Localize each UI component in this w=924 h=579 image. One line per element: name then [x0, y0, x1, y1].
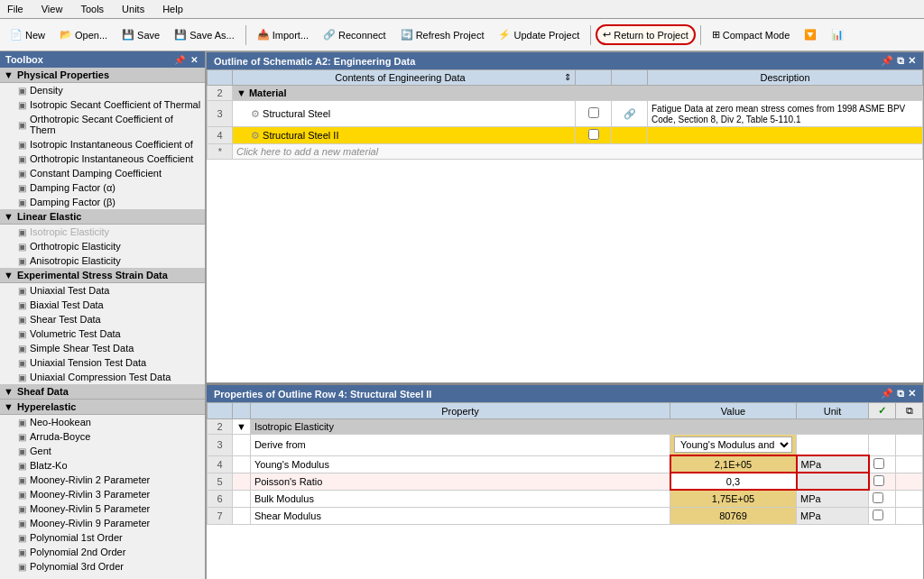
- section-linear-elastic[interactable]: ▼ Linear Elastic: [0, 209, 205, 225]
- toolbox-item[interactable]: ▣Isotropic Secant Coefficient of Thermal: [0, 97, 205, 112]
- toolbox-item[interactable]: ▣Shear Test Data: [0, 312, 205, 326]
- section-material: ▼ Material: [233, 86, 923, 101]
- open-icon: 📂: [60, 29, 72, 41]
- toolbox-item[interactable]: ▣Mooney-Rivlin 5 Parameter: [0, 501, 205, 516]
- col-a-header: Contents of Engineering Data ⇕: [233, 70, 576, 86]
- reconnect-button[interactable]: 🔗 Reconnect: [317, 25, 393, 44]
- toolbox-item[interactable]: ▣Mooney-Rivlin 3 Parameter: [0, 487, 205, 501]
- section-physical-properties[interactable]: ▼ Physical Properties: [0, 68, 205, 83]
- toolbox-item[interactable]: ▣Orthotropic Secant Coefficient of Thern: [0, 112, 205, 137]
- add-material-cell[interactable]: Click here to add a new material: [233, 144, 923, 160]
- row-num-add: *: [208, 144, 233, 160]
- toolbox-item[interactable]: ▣Polynomial 3rd Order: [0, 559, 205, 574]
- p-expand[interactable]: ▼: [233, 419, 251, 435]
- menu-units[interactable]: Units: [118, 2, 148, 16]
- expand-arrow[interactable]: ▼: [236, 87, 246, 98]
- add-col-icon[interactable]: ✓: [878, 405, 886, 416]
- props-pin[interactable]: 📌: [881, 388, 893, 400]
- derive-dropdown[interactable]: Young's Modulus and....: [674, 437, 792, 453]
- toolbox-item[interactable]: ▣Blatz-Ko: [0, 458, 205, 473]
- props-close[interactable]: ✕: [908, 388, 916, 400]
- toolbox-close-button[interactable]: ✕: [189, 55, 199, 65]
- return-button[interactable]: ↩ Return to Project: [596, 24, 696, 45]
- table-row[interactable]: 4 ⚙ Structural Steel II: [208, 127, 923, 144]
- copy-col-icon[interactable]: ⧉: [906, 405, 913, 416]
- toolbox-item[interactable]: ▣Polynomial 2nd Order: [0, 545, 205, 559]
- toolbox-item[interactable]: ▣Damping Factor (α): [0, 180, 205, 195]
- row-num: 2: [208, 86, 233, 101]
- toolbox-item[interactable]: ▣Orthotropic Elasticity: [0, 239, 205, 253]
- toolbox-item[interactable]: ▣Orthotropic Instantaneous Coefficient: [0, 152, 205, 166]
- toolbox-item[interactable]: ▣Uniaxial Tension Test Data: [0, 355, 205, 370]
- compact-button[interactable]: ⊞ Compact Mode: [706, 25, 797, 44]
- item-icon: ▣: [18, 475, 26, 485]
- item-icon: ▣: [18, 344, 26, 354]
- toolbox-item[interactable]: ▣Density: [0, 83, 205, 97]
- toolbox-item[interactable]: ▣Uniaxial Compression Test Data: [0, 370, 205, 384]
- update-button[interactable]: ⚡ Update Project: [492, 25, 586, 44]
- p-val-youngs[interactable]: 2,1E+05: [670, 455, 797, 473]
- expand-icon: ▼: [4, 211, 14, 222]
- item-icon: ▣: [18, 490, 26, 500]
- toolbox-item[interactable]: ▣Simple Shear Test Data: [0, 341, 205, 355]
- refresh-button[interactable]: 🔄 Refresh Project: [394, 25, 491, 44]
- toolbox-item[interactable]: ▣Isotropic Instantaneous Coefficient of: [0, 137, 205, 152]
- material-icon-2: ⚙: [251, 130, 260, 141]
- toolbox-item[interactable]: ▣Mooney-Rivlin 2 Parameter: [0, 473, 205, 487]
- menu-tools[interactable]: Tools: [77, 2, 107, 16]
- menu-view[interactable]: View: [38, 2, 67, 16]
- toolbox-item[interactable]: ▣Arruda-Boyce: [0, 429, 205, 444]
- material-name-cell[interactable]: ⚙ Structural Steel: [233, 101, 576, 127]
- toolbox-pin-button[interactable]: 📌: [172, 55, 187, 65]
- menu-file[interactable]: File: [4, 2, 27, 16]
- refresh-icon: 🔄: [401, 29, 413, 41]
- toolbox-item[interactable]: ▣Uniaxial Test Data: [0, 283, 205, 298]
- toolbox-item[interactable]: ▣Polynomial 1st Order: [0, 530, 205, 545]
- section-experimental[interactable]: ▼ Experimental Stress Strain Data: [0, 268, 205, 283]
- p-val-bulk[interactable]: 1,75E+05: [670, 490, 797, 507]
- import-button[interactable]: 📥 Import...: [251, 25, 315, 44]
- p-d-shear: [869, 507, 896, 524]
- filter-button[interactable]: 🔽: [798, 25, 823, 44]
- menu-help[interactable]: Help: [159, 2, 187, 16]
- toolbox-item[interactable]: ▣Damping Factor (β): [0, 195, 205, 209]
- save-button[interactable]: 💾 Save: [116, 25, 166, 44]
- material-name-2: Structural Steel II: [263, 130, 338, 141]
- expand-icon: ▼: [4, 69, 14, 80]
- eng-data-pin[interactable]: 📌: [881, 55, 893, 67]
- col-b-header: [576, 70, 612, 86]
- eng-data-float[interactable]: ⧉: [897, 55, 904, 67]
- toolbox-item[interactable]: ▣Biaxial Test Data: [0, 298, 205, 312]
- p-prop-youngs: Young's Modulus: [250, 455, 670, 473]
- toolbox-item[interactable]: ▣Mooney-Rivlin 9 Parameter: [0, 516, 205, 530]
- open-button[interactable]: 📂 Open...: [53, 25, 114, 44]
- toolbox-item[interactable]: ▣Gent: [0, 444, 205, 458]
- table-row[interactable]: * Click here to add a new material: [208, 144, 923, 160]
- p-val-poisson[interactable]: 0,3: [670, 473, 797, 490]
- p-prop-bulk: Bulk Modulus: [250, 490, 670, 507]
- sort-icon[interactable]: ⇕: [564, 72, 571, 82]
- section-sheaf[interactable]: ▼ Sheaf Data: [0, 384, 205, 400]
- toolbox-item[interactable]: ▣Neo-Hookean: [0, 415, 205, 429]
- item-icon: ▣: [18, 100, 26, 110]
- eng-data-close[interactable]: ✕: [908, 55, 916, 67]
- compact-icon: ⊞: [712, 29, 720, 41]
- material-name-cell-2[interactable]: ⚙ Structural Steel II: [233, 127, 576, 144]
- toolbox-item[interactable]: ▣Volumetric Test Data: [0, 326, 205, 341]
- save-as-button[interactable]: 💾 Save As...: [168, 25, 241, 44]
- chart-button[interactable]: 📊: [825, 25, 850, 44]
- new-button[interactable]: 📄 New: [4, 25, 51, 44]
- section-hyperelastic[interactable]: ▼ Hyperelastic: [0, 400, 205, 415]
- material-checkbox-b2[interactable]: [576, 127, 612, 144]
- col-c-header: [612, 70, 648, 86]
- toolbox-item[interactable]: ▣Isotropic Elasticity: [0, 225, 205, 239]
- p-val-derive[interactable]: Young's Modulus and....: [670, 435, 797, 456]
- props-float[interactable]: ⧉: [897, 388, 904, 400]
- p-val-shear[interactable]: 80769: [670, 507, 797, 524]
- p-empty: [233, 435, 251, 456]
- update-icon: ⚡: [498, 29, 511, 41]
- toolbox-item[interactable]: ▣Constant Damping Coefficient: [0, 166, 205, 180]
- col-num-header: [208, 70, 233, 86]
- toolbox-item[interactable]: ▣Anisotropic Elasticity: [0, 253, 205, 268]
- material-checkbox-b[interactable]: [576, 101, 612, 127]
